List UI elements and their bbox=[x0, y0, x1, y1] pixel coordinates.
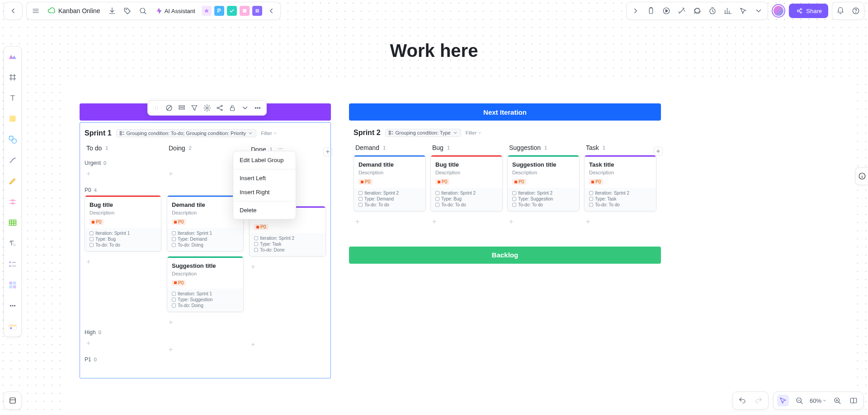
add-card[interactable]: + bbox=[507, 216, 580, 230]
column-doing: Doing 2 + Demand tile Description bbox=[167, 141, 244, 364]
add-card[interactable]: + bbox=[249, 339, 326, 353]
ctx-insert-right[interactable]: Insert Right bbox=[233, 185, 296, 199]
share-node-icon[interactable] bbox=[214, 102, 226, 114]
theme-icon[interactable] bbox=[5, 49, 20, 64]
expand-right-button[interactable] bbox=[629, 5, 642, 17]
sprint2-grouping-chip[interactable]: Grouping condition: Type bbox=[385, 129, 461, 137]
canvas[interactable]: Work here bbox=[0, 0, 868, 415]
app-badge-2[interactable]: P bbox=[214, 6, 224, 16]
help-button[interactable] bbox=[849, 5, 862, 17]
layers-panel-button[interactable] bbox=[4, 392, 22, 410]
add-card[interactable]: + bbox=[167, 317, 244, 331]
settings-icon[interactable] bbox=[201, 102, 213, 114]
grid-tool[interactable] bbox=[5, 278, 20, 292]
table-tool[interactable] bbox=[5, 215, 20, 230]
zoom-in-button[interactable] bbox=[831, 395, 843, 406]
select-mode-button[interactable] bbox=[777, 395, 789, 406]
sprint1-grouping-chip[interactable]: Grouping condition: To-do; Grouping cond… bbox=[116, 129, 257, 137]
share-button[interactable]: Share bbox=[789, 4, 828, 18]
add-column-button[interactable]: + bbox=[654, 147, 663, 156]
sprint1-filter[interactable]: Filter bbox=[261, 131, 277, 136]
ctx-insert-left[interactable]: Insert Left bbox=[233, 171, 296, 185]
sprint2-filter[interactable]: Filter bbox=[466, 130, 482, 135]
list-tool[interactable] bbox=[5, 257, 20, 271]
card-suggestion[interactable]: Suggestion title Description P0 Iteratio… bbox=[167, 256, 244, 312]
subgroup-urgent-label: Urgent bbox=[85, 160, 101, 166]
app-badge-5[interactable] bbox=[252, 6, 262, 16]
card[interactable]: Demand title Description P0 Iteration: S… bbox=[354, 155, 426, 211]
pen-tool[interactable] bbox=[5, 174, 20, 188]
filter-icon[interactable] bbox=[189, 102, 200, 114]
svg-point-41 bbox=[157, 106, 158, 107]
no-color-icon[interactable] bbox=[163, 102, 175, 114]
minimap-button[interactable] bbox=[848, 395, 859, 406]
backlog-header[interactable]: Backlog bbox=[349, 247, 661, 264]
shape-tool[interactable] bbox=[5, 132, 20, 147]
layout-icon[interactable] bbox=[176, 102, 188, 114]
lock-icon[interactable] bbox=[226, 102, 238, 114]
card[interactable]: Bug title Description P0 Iteration: Spri… bbox=[430, 155, 503, 211]
app-badge-3[interactable] bbox=[227, 6, 237, 16]
ai-assistant-button[interactable]: AI Assistant bbox=[152, 5, 199, 17]
download-button[interactable] bbox=[106, 5, 118, 17]
chat-button[interactable] bbox=[691, 5, 703, 17]
play-button[interactable] bbox=[660, 5, 673, 17]
app-badge-1[interactable] bbox=[202, 6, 212, 16]
redo-button[interactable] bbox=[753, 395, 764, 406]
text-tool[interactable] bbox=[5, 91, 20, 105]
zoom-out-button[interactable] bbox=[793, 395, 805, 406]
collapse-apps-button[interactable] bbox=[265, 5, 278, 17]
search-button[interactable] bbox=[137, 5, 149, 17]
back-button[interactable] bbox=[7, 5, 19, 17]
ctx-edit-label-group[interactable]: Edit Label Group bbox=[233, 153, 296, 167]
tag-button[interactable] bbox=[121, 5, 134, 17]
info-panel-toggle[interactable] bbox=[855, 167, 868, 185]
pointer-button[interactable] bbox=[737, 5, 750, 17]
app-badge-4[interactable] bbox=[240, 6, 250, 16]
add-card[interactable]: + bbox=[167, 344, 244, 358]
card-bug[interactable]: Bug title Description P0 Iteration: Spri… bbox=[85, 195, 161, 252]
more-top-button[interactable] bbox=[752, 5, 765, 17]
document-title-text: Kanban Online bbox=[58, 7, 100, 14]
add-card[interactable]: + bbox=[85, 337, 161, 352]
svg-point-33 bbox=[12, 305, 13, 306]
clipboard-button[interactable] bbox=[645, 5, 657, 17]
connector-tool[interactable] bbox=[5, 153, 20, 168]
magic-button[interactable] bbox=[675, 5, 688, 17]
next-iteration-header[interactable]: Next Iteration bbox=[349, 103, 661, 121]
chevron-down-icon[interactable] bbox=[239, 102, 251, 114]
drag-handle-icon[interactable] bbox=[151, 102, 162, 114]
sticky-note-tool[interactable] bbox=[5, 112, 20, 126]
svg-rect-27 bbox=[9, 266, 11, 267]
add-card[interactable]: + bbox=[430, 216, 503, 230]
chart-button[interactable] bbox=[722, 5, 734, 17]
undo-button[interactable] bbox=[736, 395, 748, 406]
timer-button[interactable] bbox=[706, 5, 719, 17]
textblock-tool[interactable] bbox=[5, 236, 20, 251]
widget-tool[interactable] bbox=[5, 319, 20, 334]
card[interactable]: Suggestion title Description P0 Iteratio… bbox=[507, 155, 580, 211]
svg-point-32 bbox=[10, 305, 11, 306]
add-card[interactable]: + bbox=[85, 168, 161, 182]
add-card[interactable]: + bbox=[354, 216, 426, 230]
card-demand[interactable]: Demand tile Description P0 Iteration: Sp… bbox=[167, 195, 244, 252]
frame-tool[interactable] bbox=[5, 70, 20, 84]
user-avatar[interactable] bbox=[772, 4, 785, 18]
card[interactable]: Task title Description P0 Iteration: Spr… bbox=[584, 155, 656, 211]
document-title[interactable]: Kanban Online bbox=[45, 7, 103, 15]
add-card[interactable]: + bbox=[584, 216, 656, 230]
more-tools[interactable] bbox=[5, 298, 20, 313]
zoom-value[interactable]: 60% bbox=[810, 397, 827, 404]
add-column-button[interactable]: + bbox=[323, 147, 332, 156]
ctx-delete[interactable]: Delete bbox=[233, 203, 296, 217]
flow-tool[interactable] bbox=[5, 195, 20, 209]
add-card[interactable]: + bbox=[167, 168, 244, 182]
svg-rect-63 bbox=[389, 131, 390, 132]
add-card[interactable]: + bbox=[249, 261, 326, 275]
menu-button[interactable] bbox=[29, 5, 42, 17]
add-card[interactable]: + bbox=[85, 256, 161, 270]
svg-point-24 bbox=[12, 203, 13, 204]
svg-rect-38 bbox=[10, 398, 15, 403]
notifications-button[interactable] bbox=[834, 5, 847, 17]
more-icon[interactable] bbox=[252, 102, 264, 114]
